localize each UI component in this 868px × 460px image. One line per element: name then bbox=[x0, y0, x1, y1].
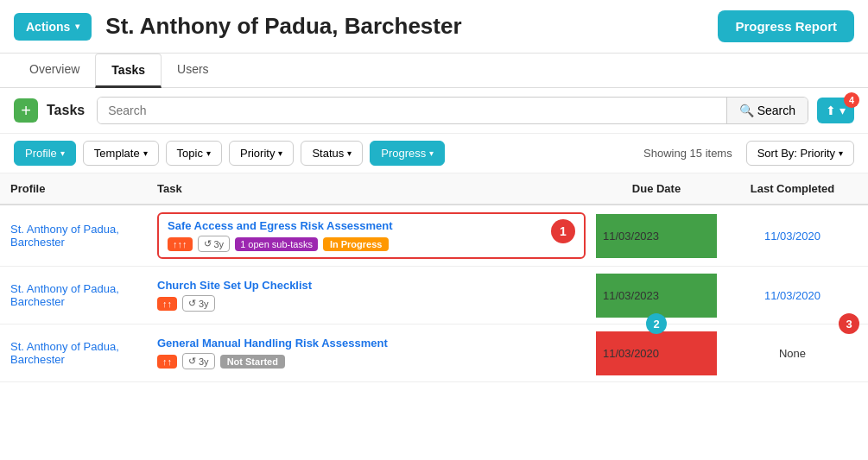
filter-bar: Profile ▾ Template ▾ Topic ▾ Priority ▾ … bbox=[0, 134, 868, 173]
table-row: St. Anthony of Padua, Barchester Safe Ac… bbox=[0, 205, 868, 267]
last-completed-cell: 11/03/2020 3 bbox=[717, 267, 868, 325]
add-task-button[interactable]: + bbox=[14, 98, 38, 123]
showing-info: Showing 15 items bbox=[643, 147, 732, 160]
recur-badge: ↺ 3y bbox=[182, 353, 215, 369]
sort-caret-icon: ▾ bbox=[839, 148, 843, 158]
profile-link[interactable]: St. Anthony of Padua, Barchester bbox=[10, 340, 119, 366]
profile-link[interactable]: St. Anthony of Padua, Barchester bbox=[10, 282, 119, 308]
profile-cell: St. Anthony of Padua, Barchester bbox=[0, 325, 147, 382]
step-3-badge: 3 bbox=[839, 313, 859, 334]
progress-report-button[interactable]: Progress Report bbox=[718, 10, 854, 42]
recur-icon: ↺ bbox=[204, 238, 212, 249]
tasks-table: Profile Task Due Date Last Completed St.… bbox=[0, 173, 868, 382]
status-caret-icon: ▾ bbox=[347, 148, 352, 158]
due-date-value: 11/03/2023 bbox=[596, 214, 717, 258]
recur-icon: ↺ bbox=[188, 298, 196, 309]
caret-down-icon: ▾ bbox=[839, 104, 846, 117]
status-badge: Not Started bbox=[220, 355, 285, 369]
topic-filter-button[interactable]: Topic ▾ bbox=[166, 141, 222, 166]
tab-tasks[interactable]: Tasks bbox=[95, 54, 162, 88]
task-link[interactable]: Church Site Set Up Checklist bbox=[157, 279, 312, 292]
col-due-date: Due Date bbox=[596, 173, 717, 205]
priority-badge: ↑↑ bbox=[157, 297, 177, 311]
profile-filter-button[interactable]: Profile ▾ bbox=[14, 141, 76, 166]
export-button[interactable]: ⬆ ▾ 4 bbox=[817, 98, 854, 123]
table-header-row: Profile Task Due Date Last Completed bbox=[0, 173, 868, 205]
last-completed-cell: 11/03/2020 bbox=[717, 205, 868, 267]
task-cell: General Manual Handling Risk Assessment … bbox=[147, 325, 596, 382]
last-completed-link[interactable]: 11/03/2020 bbox=[764, 289, 820, 302]
task-link[interactable]: General Manual Handling Risk Assessment bbox=[157, 337, 388, 350]
status-filter-button[interactable]: Status ▾ bbox=[301, 141, 363, 166]
priority-filter-button[interactable]: Priority ▾ bbox=[229, 141, 294, 166]
task-cell: Safe Access and Egress Risk Assessment ↑… bbox=[147, 205, 596, 267]
actions-button[interactable]: Actions ▾ bbox=[14, 13, 92, 41]
progress-filter-button[interactable]: Progress ▾ bbox=[370, 141, 445, 166]
template-caret-icon: ▾ bbox=[143, 148, 148, 158]
profile-link[interactable]: St. Anthony of Padua, Barchester bbox=[10, 223, 119, 249]
actions-label: Actions bbox=[26, 20, 70, 34]
last-completed-value: None bbox=[779, 347, 806, 360]
due-date-cell: 11/03/2023 bbox=[596, 205, 717, 267]
profile-cell: St. Anthony of Padua, Barchester bbox=[0, 267, 147, 325]
search-icon: 🔍 bbox=[739, 104, 754, 117]
search-input[interactable] bbox=[98, 98, 725, 123]
col-task: Task bbox=[147, 173, 596, 205]
step-2-badge: 2 bbox=[646, 313, 667, 334]
subtask-badge: 1 open sub-tasks bbox=[235, 237, 318, 251]
task-cell: Church Site Set Up Checklist ↑↑ ↺ 3y bbox=[147, 267, 596, 325]
tab-overview[interactable]: Overview bbox=[14, 54, 95, 88]
step-1-badge: 1 bbox=[551, 219, 575, 243]
recur-icon: ↺ bbox=[188, 356, 196, 367]
task-link[interactable]: Safe Access and Egress Risk Assessment bbox=[168, 219, 393, 232]
template-filter-button[interactable]: Template ▾ bbox=[83, 141, 159, 166]
search-button[interactable]: 🔍 Search bbox=[726, 98, 808, 123]
table-row: St. Anthony of Padua, Barchester Church … bbox=[0, 267, 868, 325]
topic-caret-icon: ▾ bbox=[206, 148, 211, 158]
priority-caret-icon: ▾ bbox=[278, 148, 282, 158]
recur-badge: ↺ 3y bbox=[198, 236, 231, 252]
priority-badge: ↑↑ bbox=[157, 355, 177, 369]
table-row: St. Anthony of Padua, Barchester General… bbox=[0, 325, 868, 382]
col-profile: Profile bbox=[0, 173, 147, 205]
sort-button[interactable]: Sort By: Priority ▾ bbox=[746, 141, 854, 166]
due-date-value: 11/03/2020 bbox=[596, 331, 717, 375]
profile-cell: St. Anthony of Padua, Barchester bbox=[0, 205, 147, 267]
search-container: 🔍 Search bbox=[97, 97, 808, 124]
export-badge: 4 bbox=[844, 92, 859, 108]
due-date-value: 11/03/2023 bbox=[596, 274, 717, 318]
due-date-cell: 11/03/2023 2 bbox=[596, 267, 717, 325]
col-last-completed: Last Completed bbox=[717, 173, 868, 205]
tab-users[interactable]: Users bbox=[162, 54, 225, 88]
export-icon: ⬆ bbox=[826, 104, 836, 117]
profile-caret-icon: ▾ bbox=[60, 148, 65, 158]
page-title: St. Anthony of Padua, Barchester bbox=[105, 13, 704, 40]
tasks-toolbar: + Tasks 🔍 Search ⬆ ▾ 4 bbox=[0, 88, 868, 134]
status-badge: In Progress bbox=[323, 237, 390, 251]
actions-caret-icon: ▾ bbox=[75, 22, 79, 31]
tasks-table-wrap: Profile Task Due Date Last Completed St.… bbox=[0, 173, 868, 382]
tab-bar: Overview Tasks Users bbox=[0, 54, 868, 88]
last-completed-link[interactable]: 11/03/2020 bbox=[764, 230, 820, 243]
page-header: Actions ▾ St. Anthony of Padua, Barchest… bbox=[0, 0, 868, 54]
tasks-heading: Tasks bbox=[47, 103, 85, 118]
priority-badge: ↑↑↑ bbox=[168, 237, 193, 251]
recur-badge: ↺ 3y bbox=[182, 295, 215, 312]
progress-caret-icon: ▾ bbox=[429, 148, 434, 158]
